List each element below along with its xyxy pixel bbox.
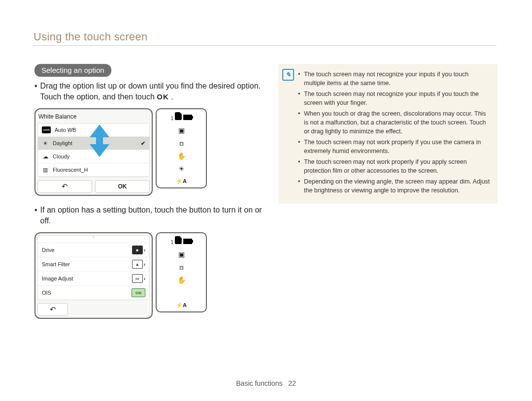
note-box: ✎ The touch screen may not recognize you… — [278, 64, 498, 204]
title-rule — [33, 45, 497, 46]
chevron-right-icon: › — [144, 276, 145, 281]
row-ois-label: OIS — [42, 290, 51, 296]
wb-list[interactable]: AWB Auto WB ☀ Daylight ✔ ☁ Cloudy ▥ Fluo… — [37, 123, 150, 177]
drag-arrow-up-icon — [90, 124, 109, 137]
status-sidebar-2: 1 ▣ ⧈ ✋ · ⚡A — [156, 232, 207, 312]
hand-icon: ✋ — [177, 153, 186, 159]
sd-icon — [175, 112, 182, 120]
note-item: The touch screen may not recognize your … — [298, 70, 491, 88]
wb-item-fluorescent[interactable]: ▥ Fluorescent_H — [38, 163, 149, 177]
status-top-2: 1 — [170, 236, 192, 245]
footer-section: Basic functions — [236, 379, 282, 387]
page-title: Using the touch screen — [33, 31, 148, 43]
note-list: The touch screen may not recognize your … — [298, 70, 491, 195]
focus-box-icon-2: ▣ — [178, 251, 185, 258]
single-shot-icon: ■ — [132, 246, 143, 254]
drag-arrow-down-icon — [90, 144, 109, 157]
scroll-up-caret[interactable]: ˆ — [38, 236, 149, 243]
camera-screen-1: White Balance AWB Auto WB ☀ Daylight ✔ ☁… — [34, 108, 153, 196]
status-count-2: 1 — [170, 240, 173, 245]
page-footer: Basic functions 22 — [0, 379, 532, 387]
row-smart-filter[interactable]: Smart Filter ▲ › — [38, 257, 149, 272]
wb-label-0: Auto WB — [55, 127, 76, 133]
left-column: Selecting an option • Drag the option li… — [34, 64, 266, 328]
back-button[interactable] — [37, 180, 92, 193]
note-item: When you touch or drag the screen, disco… — [298, 109, 491, 136]
status-sidebar-1: 1 ▣ ⧈ ✋ ☀ ⚡A — [156, 108, 207, 188]
wb-buttons: OK — [37, 180, 150, 193]
status-count: 1 — [170, 116, 173, 121]
focus-box-icon: ▣ — [178, 127, 185, 134]
normal-filter-icon: ▲ — [132, 260, 143, 269]
note-icon: ✎ — [282, 69, 294, 81]
chevron-right-icon: › — [144, 262, 145, 267]
check-icon: ✔ — [141, 140, 145, 147]
ok-button[interactable]: OK — [95, 180, 150, 193]
flash-auto-icon-2: ⚡A — [176, 302, 187, 308]
row-image-adjust[interactable]: Image Adjust ▭ › — [38, 272, 149, 286]
flash-auto-icon: ⚡A — [176, 178, 187, 185]
figure-white-balance: White Balance AWB Auto WB ☀ Daylight ✔ ☁… — [34, 108, 266, 196]
ois-toggle[interactable]: ON — [132, 288, 145, 297]
awb-icon: AWB — [42, 126, 51, 133]
row-image-adjust-label: Image Adjust — [42, 276, 73, 281]
hand-icon-2: ✋ — [177, 277, 186, 283]
row-drive[interactable]: Drive ■ › — [38, 243, 149, 257]
right-column: ✎ The touch screen may not recognize you… — [278, 64, 498, 204]
paragraph-1: • Drag the option list up or down until … — [34, 81, 266, 102]
paragraph-2: • If an option has a setting button, tou… — [34, 205, 266, 226]
row-drive-label: Drive — [42, 247, 55, 253]
settings-list[interactable]: ˆ Drive ■ › Smart Filter ▲ › Imag — [37, 235, 150, 300]
ok-glyph-inline: OK — [157, 93, 169, 101]
para1-text-b: . — [171, 93, 173, 101]
wb-label-1: Daylight — [53, 140, 72, 146]
para1-text-a: Drag the option list up or down until yo… — [40, 82, 261, 101]
row-smart-filter-label: Smart Filter — [42, 261, 70, 267]
note-item: The touch screen may not recognize your … — [298, 90, 491, 107]
battery-icon — [183, 115, 192, 120]
section-heading: Selecting an option — [34, 64, 111, 77]
bullet-dot: • — [34, 81, 37, 102]
figure-settings: ˆ Drive ■ › Smart Filter ▲ › Imag — [34, 232, 266, 319]
battery-icon-2 — [183, 239, 192, 244]
row-ois[interactable]: OIS ON — [38, 286, 149, 300]
brightness-icon: ☀ — [178, 165, 185, 172]
status-top: 1 — [170, 112, 192, 121]
cloud-icon: ☁ — [42, 154, 49, 159]
fluorescent-icon: ▥ — [42, 167, 49, 173]
para2-text: If an option has a setting button, touch… — [40, 205, 266, 226]
face-box-icon-2: ⧈ — [179, 264, 184, 271]
wb-label-3: Fluorescent_H — [53, 167, 88, 173]
note-item: The touch screen may not work properly i… — [298, 157, 491, 175]
chevron-right-icon: › — [144, 247, 145, 253]
sd-icon-2 — [175, 236, 182, 244]
adjust-icon: ▭ — [132, 274, 143, 283]
sun-icon: ☀ — [42, 140, 49, 146]
footer-page: 22 — [288, 379, 296, 387]
note-item: Depending on the viewing angle, the scre… — [298, 177, 491, 195]
face-box-icon: ⧈ — [179, 140, 184, 147]
wb-label-2: Cloudy — [53, 154, 69, 159]
note-item: The touch screen may not work properly i… — [298, 138, 491, 155]
bullet-dot-2: • — [34, 205, 37, 226]
wb-title: White Balance — [37, 111, 150, 123]
camera-screen-2: ˆ Drive ■ › Smart Filter ▲ › Imag — [34, 232, 153, 319]
back-button-2[interactable] — [37, 303, 68, 316]
